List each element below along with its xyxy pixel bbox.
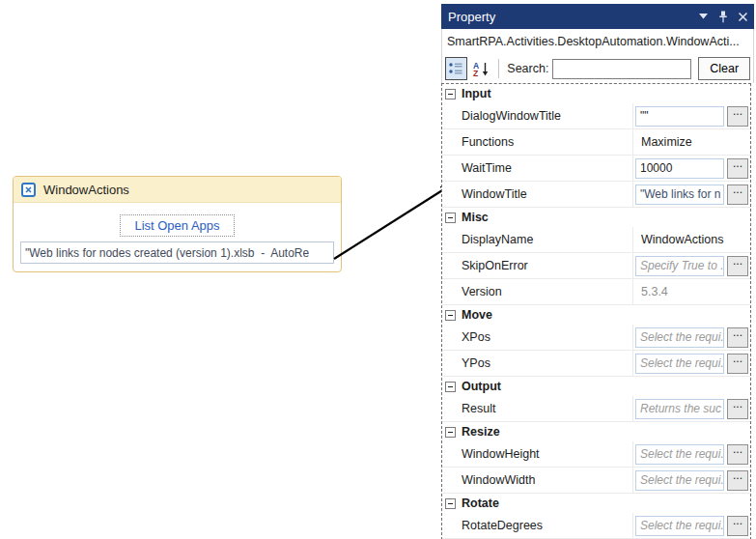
category-header-misc[interactable]: Misc [442,208,750,227]
value-textbox[interactable]: Specify True to . [635,256,724,276]
category-header-output[interactable]: Output [442,377,750,396]
property-value-cell: 5.3.4 [633,279,750,304]
property-value-cell: Select the requi.... [633,513,750,538]
property-name: Version [442,279,633,304]
value-text: 5.3.4 [635,285,668,298]
pin-icon[interactable] [718,11,728,23]
property-row-Version: Version5.3.4 [442,279,750,305]
categorized-view-button[interactable] [445,57,467,80]
activity-title: WindowActions [43,183,129,197]
clear-search-button[interactable]: Clear [698,57,750,80]
category-label: Misc [462,211,489,224]
alphabetical-sort-icon: A Z [472,61,490,77]
property-value-cell: Specify True to .... [633,253,750,278]
browse-button[interactable]: ... [727,444,748,465]
collapse-minus-icon[interactable] [445,310,456,321]
selected-object-type: SmartRPA.Activities.DesktopAutomation.Wi… [441,29,754,54]
property-name: DialogWindowTitle [442,103,633,128]
property-toolbar: A Z Search: Clear [441,54,754,83]
collapse-minus-icon[interactable] [445,427,456,438]
blue-x-box-icon [21,183,36,197]
property-name: XPos [442,325,633,350]
property-value-cell: Maximize [633,129,750,155]
browse-button[interactable]: ... [727,184,748,205]
value-text: WindowActions [635,233,723,246]
browse-button[interactable]: ... [727,256,748,276]
property-value-cell: ""... [633,103,750,128]
browse-button[interactable]: ... [727,399,748,419]
property-value-cell: Select the requi.... [633,351,750,376]
property-row-WindowHeight: WindowHeightSelect the requi.... [442,441,750,468]
property-panel: Property SmartRPA.Activities.DesktopAut [441,4,754,539]
category-header-resize[interactable]: Resize [442,422,750,441]
property-grid: InputDialogWindowTitle""...FunctionsMaxi… [441,83,751,539]
browse-button[interactable]: ... [727,327,748,348]
value-text: Maximize [635,135,692,149]
search-label: Search: [507,62,548,75]
collapse-minus-icon[interactable] [445,498,456,509]
value-textbox[interactable]: Select the requi. [635,444,724,465]
value-textbox[interactable]: Select the requi. [635,327,724,348]
property-value-cell: "Web links for n... [633,182,750,207]
dropdown-triangle-icon[interactable] [699,14,708,19]
property-panel-titlebar[interactable]: Property [441,4,754,29]
property-row-WaitTime: WaitTime10000... [442,156,750,182]
property-value-cell: 10000... [633,156,750,181]
category-header-rotate[interactable]: Rotate [442,494,750,513]
browse-button[interactable]: ... [727,106,748,127]
property-name: WindowHeight [442,441,633,467]
property-row-WindowWidth: WindowWidthSelect the requi.... [442,468,750,494]
collapse-minus-icon[interactable] [445,382,456,392]
value-textbox[interactable]: "" [635,106,724,127]
toolbar-separator [498,59,499,78]
category-header-move[interactable]: Move [442,305,750,325]
property-name: YPos [442,351,633,376]
category-label: Resize [462,425,500,439]
property-value-cell: Select the requi.... [633,325,750,350]
search-input[interactable] [552,59,691,79]
value-textbox[interactable]: Select the requi. [635,354,724,374]
desktop-canvas: WindowActions List Open Apps "Web links … [0,0,756,539]
property-row-DisplayName: DisplayNameWindowActions [442,227,750,253]
category-header-input[interactable]: Input [442,84,750,103]
property-row-Result: ResultReturns the suc... [442,396,750,422]
collapse-minus-icon[interactable] [445,213,456,223]
browse-button[interactable]: ... [727,516,748,536]
property-value-cell: WindowActions [633,227,750,252]
property-row-Functions: FunctionsMaximize [442,129,750,156]
browse-button[interactable]: ... [727,470,748,491]
property-name: SkipOnError [442,253,633,278]
sort-alphabetical-button[interactable]: A Z [471,57,491,80]
property-row-SkipOnError: SkipOnErrorSpecify True to .... [442,253,750,279]
property-row-WindowTitle: WindowTitle"Web links for n... [442,182,750,208]
property-name: Result [442,396,633,421]
category-label: Input [462,87,491,100]
titlebar-icons [699,11,747,23]
window-title-field[interactable]: "Web links for nodes created (version 1)… [20,241,334,264]
property-name: WaitTime [442,156,633,181]
category-label: Output [462,380,501,393]
property-row-DialogWindowTitle: DialogWindowTitle""... [442,103,750,129]
value-textbox[interactable]: 10000 [635,158,724,179]
svg-text:Z: Z [473,69,478,77]
categorized-view-icon [448,62,463,75]
category-label: Move [462,308,492,322]
value-textbox[interactable]: "Web links for n [635,184,724,205]
browse-button[interactable]: ... [727,354,748,374]
property-name: WindowWidth [442,468,633,493]
list-open-apps-button[interactable]: List Open Apps [120,214,234,237]
activity-body: List Open Apps "Web links for nodes crea… [14,214,341,264]
close-icon[interactable] [739,13,747,21]
value-textbox[interactable]: Select the requi. [635,516,724,536]
value-textbox[interactable]: Select the requi. [635,470,724,491]
property-row-XPos: XPosSelect the requi.... [442,325,750,351]
property-row-YPos: YPosSelect the requi.... [442,351,750,377]
windowactions-activity[interactable]: WindowActions List Open Apps "Web links … [13,176,342,272]
activity-header[interactable]: WindowActions [14,177,341,203]
value-textbox[interactable]: Returns the suc [635,399,724,419]
collapse-minus-icon[interactable] [445,89,456,99]
property-name: WindowTitle [442,182,633,207]
property-name: DisplayName [442,227,633,252]
property-name: Functions [442,129,633,155]
browse-button[interactable]: ... [727,158,748,179]
